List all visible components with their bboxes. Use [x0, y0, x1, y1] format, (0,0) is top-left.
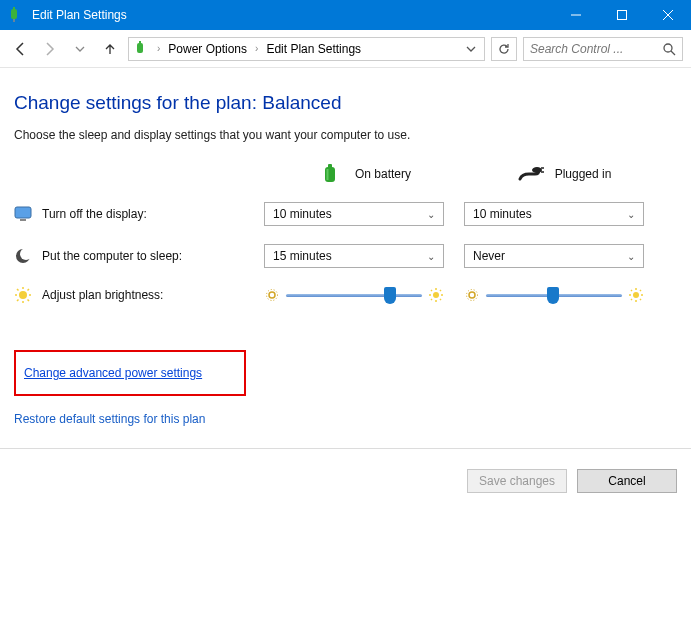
column-label-ac: Plugged in — [555, 167, 612, 181]
forward-button — [38, 37, 62, 61]
recent-locations-button[interactable] — [68, 37, 92, 61]
svg-point-14 — [19, 291, 27, 299]
svg-point-19 — [467, 290, 478, 301]
search-box[interactable]: Search Control ... — [523, 37, 683, 61]
change-advanced-power-settings-link[interactable]: Change advanced power settings — [14, 350, 246, 396]
footer-buttons: Save changes Cancel — [0, 469, 691, 507]
refresh-button[interactable] — [491, 37, 517, 61]
svg-point-15 — [269, 292, 275, 298]
cancel-button[interactable]: Cancel — [577, 469, 677, 493]
search-placeholder: Search Control ... — [530, 42, 656, 56]
row-label-sleep: Put the computer to sleep: — [14, 247, 264, 265]
column-header-battery: On battery — [264, 164, 464, 184]
display-timeout-battery-select[interactable]: 10 minutes ⌄ — [264, 202, 444, 226]
address-history-button[interactable] — [462, 38, 480, 60]
navigation-bar: › Power Options › Edit Plan Settings Sea… — [0, 30, 691, 68]
svg-rect-11 — [20, 219, 26, 221]
display-timeout-ac-select[interactable]: 10 minutes ⌄ — [464, 202, 644, 226]
chevron-right-icon: › — [251, 43, 262, 54]
save-changes-button: Save changes — [467, 469, 567, 493]
plug-icon — [517, 164, 545, 184]
sun-high-icon — [428, 287, 444, 303]
svg-point-17 — [433, 292, 439, 298]
sun-low-icon — [464, 287, 480, 303]
sleep-timeout-ac-select[interactable]: Never ⌄ — [464, 244, 644, 268]
chevron-down-icon: ⌄ — [427, 251, 435, 262]
divider — [0, 448, 691, 449]
svg-point-16 — [267, 290, 278, 301]
sleep-timeout-battery-select[interactable]: 15 minutes ⌄ — [264, 244, 444, 268]
chevron-down-icon: ⌄ — [627, 209, 635, 220]
maximize-button[interactable] — [599, 0, 645, 30]
chevron-down-icon: ⌄ — [627, 251, 635, 262]
svg-point-18 — [469, 292, 475, 298]
search-icon — [662, 42, 676, 56]
power-options-icon — [133, 41, 149, 57]
battery-icon — [317, 164, 345, 184]
svg-point-5 — [664, 44, 672, 52]
svg-rect-8 — [326, 169, 328, 180]
app-icon — [8, 7, 24, 23]
svg-rect-10 — [15, 207, 31, 218]
address-bar[interactable]: › Power Options › Edit Plan Settings — [128, 37, 485, 61]
close-button[interactable] — [645, 0, 691, 30]
brightness-battery-slider[interactable] — [264, 287, 444, 303]
svg-point-20 — [633, 292, 639, 298]
content-area: Change settings for the plan: Balanced C… — [0, 68, 691, 469]
title-bar: Edit Plan Settings — [0, 0, 691, 30]
monitor-icon — [14, 205, 32, 223]
page-subtitle: Choose the sleep and display settings th… — [14, 128, 677, 142]
breadcrumb-edit-plan[interactable]: Edit Plan Settings — [266, 42, 361, 56]
svg-rect-4 — [139, 41, 141, 44]
page-title: Change settings for the plan: Balanced — [14, 92, 677, 114]
svg-rect-1 — [13, 7, 15, 10]
svg-rect-2 — [618, 11, 627, 20]
svg-rect-7 — [328, 164, 332, 168]
breadcrumb-power-options[interactable]: Power Options — [168, 42, 247, 56]
svg-rect-0 — [11, 9, 17, 19]
svg-point-13 — [20, 248, 32, 260]
chevron-right-icon: › — [153, 43, 164, 54]
row-label-brightness: Adjust plan brightness: — [14, 286, 264, 304]
up-button[interactable] — [98, 37, 122, 61]
svg-rect-3 — [137, 43, 143, 53]
window-title: Edit Plan Settings — [32, 8, 553, 22]
moon-icon — [14, 247, 32, 265]
back-button[interactable] — [8, 37, 32, 61]
sun-icon — [14, 286, 32, 304]
brightness-ac-slider[interactable] — [464, 287, 644, 303]
column-header-ac: Plugged in — [464, 164, 664, 184]
chevron-down-icon: ⌄ — [427, 209, 435, 220]
sun-high-icon — [628, 287, 644, 303]
row-label-display: Turn off the display: — [14, 205, 264, 223]
minimize-button[interactable] — [553, 0, 599, 30]
restore-default-settings-link[interactable]: Restore default settings for this plan — [14, 412, 677, 426]
column-label-battery: On battery — [355, 167, 411, 181]
svg-point-9 — [532, 167, 542, 173]
sun-low-icon — [264, 287, 280, 303]
